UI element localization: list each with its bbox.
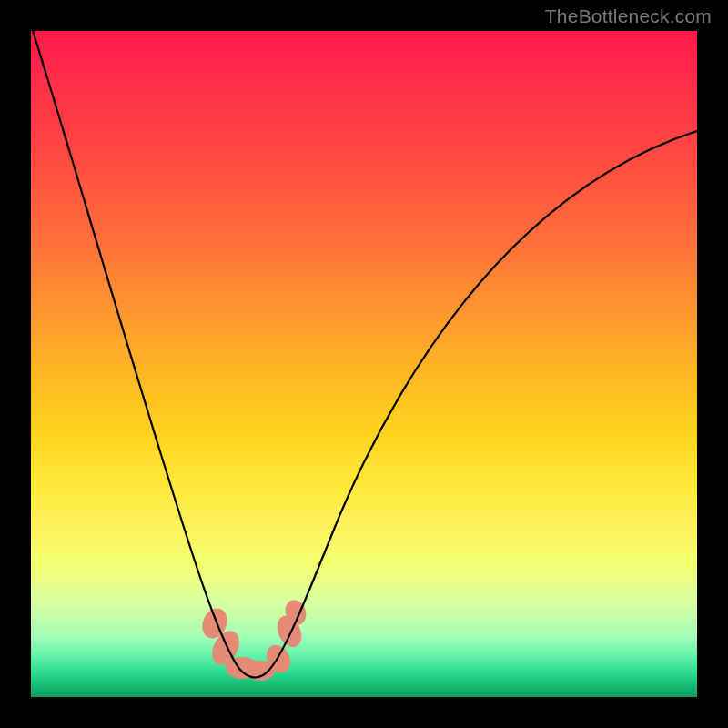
highlight-blob <box>198 597 310 681</box>
bottleneck-curve <box>33 31 697 677</box>
curve-layer <box>31 31 697 697</box>
watermark-text: TheBottleneck.com <box>545 5 712 27</box>
plot-area <box>31 31 697 697</box>
